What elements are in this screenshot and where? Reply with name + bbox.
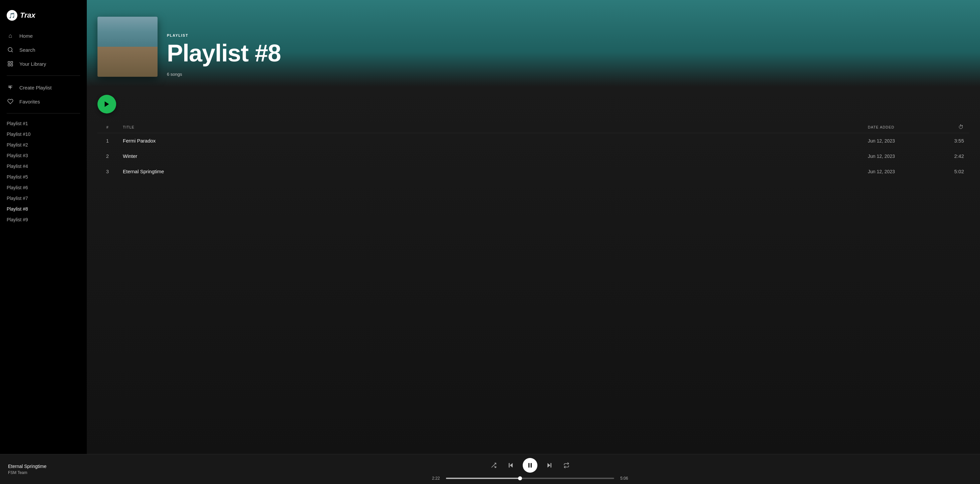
list-item[interactable]: Playlist #1 — [0, 118, 87, 129]
songs-table-header: # TITLE DATE ADDED ⏱ — [97, 121, 969, 133]
search-icon — [7, 46, 14, 53]
cover-image — [97, 17, 158, 77]
playlist-type-label: PLAYLIST — [167, 33, 281, 37]
song-number: 1 — [97, 133, 118, 148]
list-item[interactable]: Playlist #6 — [0, 182, 87, 193]
song-number: 2 — [97, 148, 118, 164]
song-date-added: Jun 12, 2023 — [862, 164, 936, 179]
list-item[interactable]: Playlist #3 — [0, 150, 87, 161]
svg-rect-2 — [8, 61, 10, 63]
svg-marker-11 — [510, 463, 513, 467]
songs-table: # TITLE DATE ADDED ⏱ 1 Fermi Paradox Jun… — [97, 121, 969, 179]
song-title: Eternal Springtime — [118, 164, 862, 179]
playlist-title: Playlist #8 — [167, 40, 281, 67]
shuffle-button[interactable] — [488, 460, 499, 470]
sidebar-item-create-playlist-label: Create Playlist — [19, 85, 52, 91]
col-header-duration: ⏱ — [936, 121, 969, 133]
player-controls: 2:22 5:06 — [88, 458, 972, 481]
player-track-name: Eternal Springtime — [8, 463, 88, 469]
playlist-cover — [97, 17, 158, 77]
sidebar: 🎵 Trax ⌂ Home Search — [0, 0, 87, 454]
sidebar-divider-2 — [7, 113, 80, 113]
svg-rect-13 — [528, 463, 530, 467]
song-title: Fermi Paradox — [118, 133, 862, 148]
sidebar-item-home-label: Home — [19, 33, 33, 39]
playlist-info: PLAYLIST Playlist #8 6 songs — [167, 33, 281, 77]
song-duration: 2:42 — [936, 148, 969, 164]
list-item[interactable]: Playlist #8 — [0, 204, 87, 214]
song-duration: 5:02 — [936, 164, 969, 179]
list-item[interactable]: Playlist #7 — [0, 193, 87, 204]
sidebar-item-search-label: Search — [19, 47, 35, 53]
next-button[interactable] — [544, 460, 555, 471]
song-date-added: Jun 12, 2023 — [862, 148, 936, 164]
song-number: 3 — [97, 164, 118, 179]
logo-text: Trax — [20, 11, 35, 20]
player-current-time: 2:22 — [430, 476, 442, 481]
song-date-added: Jun 12, 2023 — [862, 133, 936, 148]
table-row[interactable]: 3 Eternal Springtime Jun 12, 2023 5:02 — [97, 164, 969, 179]
list-item[interactable]: Playlist #5 — [0, 172, 87, 182]
list-item[interactable]: Playlist #9 — [0, 214, 87, 225]
player-total-time: 5:06 — [618, 476, 630, 481]
svg-marker-15 — [547, 463, 550, 467]
library-icon — [7, 60, 14, 67]
svg-rect-5 — [8, 64, 10, 66]
sidebar-item-search[interactable]: Search — [0, 43, 87, 57]
play-btn-row — [97, 95, 969, 113]
pause-button[interactable] — [523, 458, 538, 473]
song-title: Winter — [118, 148, 862, 164]
favorites-icon — [7, 98, 14, 105]
player-progress: 2:22 5:06 — [430, 476, 630, 481]
logo: 🎵 Trax — [0, 7, 87, 29]
progress-bar-fill — [446, 478, 520, 479]
col-header-date: DATE ADDED — [862, 121, 936, 133]
svg-rect-16 — [550, 463, 551, 467]
sidebar-item-favorites-label: Favorites — [19, 99, 40, 105]
sidebar-item-favorites[interactable]: Favorites — [0, 94, 87, 108]
svg-rect-12 — [509, 463, 510, 467]
progress-bar[interactable] — [446, 478, 614, 479]
col-header-title: TITLE — [118, 121, 862, 133]
clock-icon: ⏱ — [958, 124, 964, 130]
song-duration: 3:55 — [936, 133, 969, 148]
songs-section: # TITLE DATE ADDED ⏱ 1 Fermi Paradox Jun… — [87, 87, 980, 454]
create-playlist-icon — [7, 84, 14, 91]
svg-rect-3 — [11, 61, 13, 63]
player-track-info: Eternal Springtime FSM Team — [8, 463, 88, 475]
playlist-header: PLAYLIST Playlist #8 6 songs — [87, 0, 980, 87]
list-item[interactable]: Playlist #10 — [0, 129, 87, 140]
player-buttons — [488, 458, 571, 473]
sidebar-item-library[interactable]: Your Library — [0, 57, 87, 71]
main-nav: ⌂ Home Search Your Library — [0, 29, 87, 71]
repeat-button[interactable] — [562, 460, 571, 470]
songs-table-body: 1 Fermi Paradox Jun 12, 2023 3:55 2 Wint… — [97, 133, 969, 179]
player-track-artist: FSM Team — [8, 470, 88, 475]
table-header-row: # TITLE DATE ADDED ⏱ — [97, 121, 969, 133]
svg-rect-14 — [531, 463, 532, 467]
svg-line-1 — [11, 51, 12, 52]
sidebar-item-create-playlist[interactable]: Create Playlist — [0, 80, 87, 94]
svg-marker-8 — [105, 102, 109, 107]
col-header-num: # — [97, 121, 118, 133]
sidebar-item-library-label: Your Library — [19, 61, 46, 67]
table-row[interactable]: 1 Fermi Paradox Jun 12, 2023 3:55 — [97, 133, 969, 148]
home-icon: ⌂ — [7, 32, 14, 40]
sidebar-divider — [7, 75, 80, 76]
playlist-list: Playlist #1 Playlist #10 Playlist #2 Pla… — [0, 118, 87, 225]
play-playlist-button[interactable] — [97, 95, 116, 113]
list-item[interactable]: Playlist #4 — [0, 161, 87, 172]
table-row[interactable]: 2 Winter Jun 12, 2023 2:42 — [97, 148, 969, 164]
logo-icon: 🎵 — [7, 10, 18, 21]
svg-rect-4 — [11, 64, 13, 66]
sidebar-item-home[interactable]: ⌂ Home — [0, 29, 87, 43]
list-item[interactable]: Playlist #2 — [0, 140, 87, 150]
playlist-song-count: 6 songs — [167, 72, 281, 77]
main-content: PLAYLIST Playlist #8 6 songs # TITLE — [87, 0, 980, 454]
previous-button[interactable] — [505, 460, 516, 471]
player-bar: Eternal Springtime FSM Team — [0, 454, 980, 484]
